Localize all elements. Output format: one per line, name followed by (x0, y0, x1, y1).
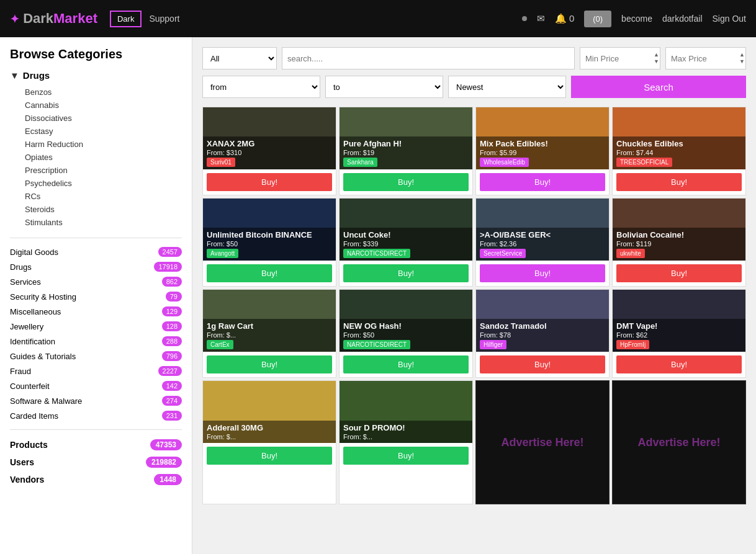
category-label: Identification (10, 337, 55, 346)
max-up-arrow[interactable]: ▲ (739, 51, 745, 58)
support-link[interactable]: Support (149, 14, 179, 24)
drugs-toggle[interactable]: ▼ Drugs (10, 70, 182, 81)
max-price-spinner[interactable]: ▲ ▼ (739, 47, 745, 69)
signout-link[interactable]: Sign Out (713, 14, 746, 24)
product-overlay: DMT Vape! From: $62 HpFromIj (613, 319, 745, 352)
vendor-badge: Suriv01 (207, 158, 235, 167)
min-price-spinner[interactable]: ▲ ▼ (654, 47, 659, 69)
category-list-item[interactable]: Guides & Tutorials 796 (10, 349, 182, 364)
category-list-item[interactable]: Software & Malware 274 (10, 393, 182, 408)
category-list-item[interactable]: Fraud 2227 (10, 364, 182, 378)
category-list-item[interactable]: Counterfeit 142 (10, 378, 182, 393)
category-list-item[interactable]: Identification 288 (10, 334, 182, 349)
advertise-text: Advertise Here! (637, 436, 720, 449)
product-price: From: $339 (343, 240, 469, 248)
sort-select[interactable]: Newest (448, 76, 566, 98)
product-price: From: $119 (616, 240, 742, 248)
product-price: From: $... (207, 433, 332, 440)
product-title: Adderall 30MG (207, 423, 332, 433)
buy-button[interactable]: Buy! (207, 447, 332, 465)
buy-button[interactable]: Buy! (480, 264, 605, 282)
buy-button[interactable]: Buy! (207, 355, 332, 373)
buy-button[interactable]: Buy! (616, 173, 742, 191)
category-list-item[interactable]: Services 862 (10, 274, 182, 289)
product-card: Pure Afghan H! From: $19 Sankhara Buy! (339, 107, 473, 195)
product-overlay: Chuckles Edibles From: $7.44 TREESOFFICI… (613, 136, 745, 169)
category-select[interactable]: All (202, 47, 277, 69)
product-card: Bolivian Cocaine! From: $119 ukwhite Buy… (612, 198, 746, 287)
buy-button[interactable]: Buy! (343, 447, 469, 465)
buy-button[interactable]: Buy! (480, 355, 605, 373)
product-title: >A-OI/BASE GER< (480, 230, 605, 240)
from-select[interactable]: from (202, 76, 320, 98)
drug-item[interactable]: Opiates (25, 151, 182, 164)
drug-item[interactable]: RCs (25, 190, 182, 203)
min-down-arrow[interactable]: ▼ (654, 58, 659, 65)
dark-button[interactable]: Dark (110, 11, 142, 27)
category-list-item[interactable]: Digital Goods 2457 (10, 244, 182, 259)
product-title: Chuckles Edibles (616, 139, 742, 149)
product-grid: XANAX 2MG From: $310 Suriv01 Buy! Pure A… (202, 107, 746, 504)
product-price: From: $... (207, 331, 332, 339)
buy-button[interactable]: Buy! (343, 355, 469, 373)
category-badge: 79 (166, 292, 182, 302)
drug-item[interactable]: Prescription (25, 164, 182, 177)
drug-item[interactable]: Psychedelics (25, 177, 182, 190)
product-card: Adderall 30MG From: $... Buy! (202, 380, 336, 504)
product-image: >A-OI/BASE GER< From: $2.36 SecretServic… (476, 199, 609, 261)
max-down-arrow[interactable]: ▼ (739, 58, 745, 65)
stats-list-item[interactable]: Products 47353 (10, 436, 182, 453)
vendor-badge: WholesaleEdib (480, 158, 529, 167)
buy-button[interactable]: Buy! (616, 355, 742, 373)
product-price: From: $78 (480, 331, 605, 339)
product-price: From: $19 (343, 149, 469, 156)
search-button[interactable]: Search (571, 76, 746, 98)
product-body: Buy! (613, 352, 745, 377)
become-link[interactable]: become (621, 14, 652, 24)
product-card: DMT Vape! From: $62 HpFromIj Buy! (612, 289, 746, 378)
to-select[interactable]: to (325, 76, 443, 98)
drug-item[interactable]: Benzos (25, 86, 182, 99)
stats-divider (10, 429, 182, 430)
drug-item[interactable]: Stimulants (25, 216, 182, 229)
product-title: Mix Pack Edibles! (480, 139, 605, 149)
category-list-item[interactable]: Drugs 17918 (10, 259, 182, 274)
min-price-input[interactable] (580, 47, 660, 69)
product-image: Uncut Coke! From: $339 NARCOTICSDIRECT (340, 199, 472, 261)
category-badge: 862 (162, 277, 182, 287)
min-up-arrow[interactable]: ▲ (654, 51, 659, 58)
drug-item[interactable]: Harm Reduction (25, 138, 182, 151)
buy-button[interactable]: Buy! (207, 173, 332, 191)
category-list-item[interactable]: Miscellaneous 129 (10, 304, 182, 319)
bell-icon[interactable]: 🔔 0 (555, 13, 575, 24)
category-list-item[interactable]: Security & Hosting 79 (10, 289, 182, 304)
product-overlay: Mix Pack Edibles! From: $5.99 WholesaleE… (476, 136, 609, 169)
category-list-item[interactable]: Jewellery 128 (10, 319, 182, 334)
category-badge: 288 (162, 336, 182, 346)
drug-item[interactable]: Ecstasy (25, 125, 182, 138)
product-image: Unlimited Bitcoin BINANCE From: $50 Avan… (203, 199, 336, 261)
stats-list-item[interactable]: Vendors 1448 (10, 471, 182, 488)
stats-list: Products 47353Users 219882Vendors 1448 (10, 436, 182, 488)
search-input[interactable] (282, 47, 575, 69)
max-price-input[interactable] (665, 47, 746, 69)
buy-button[interactable]: Buy! (616, 264, 742, 282)
buy-button[interactable]: Buy! (207, 264, 332, 282)
stats-list-item[interactable]: Users 219882 (10, 453, 182, 471)
drug-item[interactable]: Steroids (25, 203, 182, 216)
product-body: Buy! (476, 352, 609, 377)
buy-button[interactable]: Buy! (480, 173, 605, 191)
buy-button[interactable]: Buy! (343, 264, 469, 282)
product-body: Buy! (340, 169, 472, 195)
drug-item[interactable]: Dissociatives (25, 112, 182, 125)
buy-button[interactable]: Buy! (343, 173, 469, 191)
product-price: From: $5.99 (480, 149, 605, 156)
cart-button[interactable]: (0) (584, 11, 611, 27)
mail-icon[interactable]: ✉ (537, 13, 545, 24)
drug-item[interactable]: Cannabis (25, 99, 182, 112)
category-list-item[interactable]: Carded Items 231 (10, 408, 182, 423)
min-price-wrap: ▲ ▼ (580, 47, 660, 69)
stats-label: Products (10, 440, 48, 450)
darkdotfail-link[interactable]: darkdotfail (662, 14, 703, 24)
max-price-wrap: ▲ ▼ (665, 47, 746, 69)
